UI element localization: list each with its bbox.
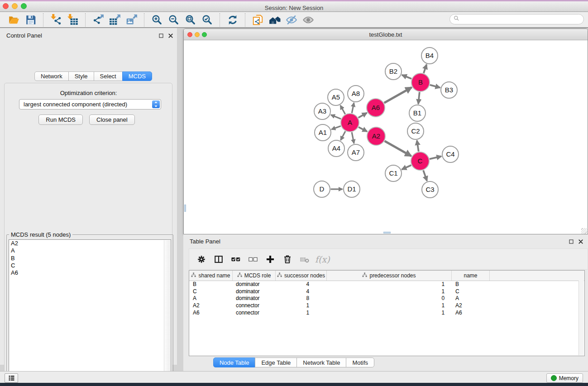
column-header-predecessor-nodes[interactable]: predecessor nodes — [327, 271, 452, 281]
table-cell[interactable]: 1 — [325, 288, 450, 295]
table-cell[interactable]: 4 — [275, 288, 325, 295]
mcds-result-item[interactable]: A — [9, 247, 171, 254]
refresh-button[interactable] — [224, 12, 241, 28]
tab-network-table[interactable]: Network Table — [296, 357, 346, 367]
float-panel-icon[interactable] — [568, 238, 574, 244]
table-cell[interactable]: C — [450, 288, 488, 295]
table-cell[interactable]: 1 — [275, 310, 325, 316]
task-history-button[interactable] — [5, 373, 18, 383]
tab-select[interactable]: Select — [94, 71, 123, 81]
graph-edge-A-A2[interactable] — [359, 127, 367, 132]
zoom-fit-button[interactable] — [182, 12, 199, 28]
table-row[interactable]: Cdominator41C — [189, 288, 579, 295]
table-cell[interactable]: A6 — [450, 310, 488, 316]
graph-node-C1[interactable]: C1 — [385, 165, 402, 181]
duplicate-network-button[interactable] — [249, 12, 266, 28]
graph-edge-A-A1[interactable] — [331, 126, 341, 129]
close-panel-icon[interactable] — [578, 238, 583, 244]
import-table-button[interactable] — [64, 12, 81, 28]
import-network-button[interactable] — [48, 12, 64, 28]
table-cell[interactable]: connector — [232, 302, 275, 309]
graph-node-A2[interactable]: A2 — [367, 127, 385, 145]
deselect-all-checkboxes-button[interactable] — [244, 252, 262, 267]
table-cell[interactable]: A — [450, 295, 488, 301]
graph-node-A8[interactable]: A8 — [348, 86, 364, 102]
mcds-result-item[interactable]: B — [9, 255, 171, 262]
close-panel-icon[interactable] — [167, 33, 173, 38]
vertical-scroll-indicator[interactable] — [184, 205, 186, 212]
graph-edge-A2-C[interactable] — [385, 141, 411, 156]
export-table-button[interactable] — [106, 12, 123, 28]
column-header-name[interactable]: name — [452, 271, 490, 281]
table-settings-gear-button[interactable] — [193, 252, 210, 267]
graph-edge-C-C4[interactable] — [430, 156, 441, 159]
table-row[interactable]: A6connector11A6 — [189, 309, 579, 316]
table-row[interactable]: Bdominator41B — [189, 281, 579, 288]
graph-edge-A-A3[interactable] — [331, 115, 341, 119]
graph-edge-C-C2[interactable] — [417, 140, 419, 151]
table-cell[interactable]: B — [189, 281, 232, 287]
tab-motifs[interactable]: Motifs — [346, 357, 374, 367]
export-image-button[interactable] — [123, 12, 140, 28]
zoom-in-button[interactable] — [148, 12, 165, 28]
table-cell[interactable]: dominator — [232, 288, 275, 295]
table-row[interactable]: Adominator80A — [189, 295, 579, 302]
tab-mcds[interactable]: MCDS — [122, 71, 152, 81]
graph-node-A6[interactable]: A6 — [367, 99, 385, 117]
network-canvas[interactable]: B4B2BB3A8A5A6B1A3AC2A1A2A4A7C4CC1C3DD1 — [184, 40, 587, 234]
graph-edge-C-C3[interactable] — [423, 170, 427, 181]
tab-network[interactable]: Network — [34, 71, 69, 81]
table-cell[interactable]: 1 — [275, 302, 325, 309]
zoom-out-button[interactable] — [165, 12, 182, 28]
graph-node-A[interactable]: A — [341, 114, 359, 132]
table-scrollbar[interactable] — [578, 281, 584, 355]
table-cell[interactable]: B — [450, 281, 488, 287]
table-cell[interactable]: C — [189, 288, 232, 295]
save-session-button[interactable] — [22, 12, 39, 28]
mcds-result-item[interactable]: C — [9, 262, 171, 269]
graph-node-B[interactable]: B — [411, 73, 430, 91]
table-cell[interactable]: connector — [232, 310, 275, 316]
panel-splitter[interactable] — [177, 28, 183, 365]
float-panel-icon[interactable] — [158, 33, 164, 38]
table-cell[interactable]: 1 — [325, 310, 450, 316]
open-file-button[interactable] — [5, 12, 22, 28]
delete-columns-button[interactable] — [279, 252, 296, 267]
tab-edge-table[interactable]: Edge Table — [255, 357, 297, 367]
graph-node-B2[interactable]: B2 — [385, 63, 402, 80]
graph-node-C3[interactable]: C3 — [422, 181, 438, 198]
graph-node-D1[interactable]: D1 — [344, 181, 360, 197]
graph-edge-A-A8[interactable] — [352, 103, 354, 113]
graph-node-A7[interactable]: A7 — [348, 144, 364, 161]
graph-node-C2[interactable]: C2 — [407, 123, 424, 139]
graph-node-B1[interactable]: B1 — [409, 105, 425, 121]
resize-grip[interactable] — [581, 228, 587, 234]
memory-button[interactable]: Memory — [546, 373, 583, 383]
select-all-checkboxes-button[interactable] — [227, 252, 244, 267]
home-button[interactable] — [266, 12, 283, 28]
graph-node-C[interactable]: C — [411, 152, 429, 170]
tab-node-table[interactable]: Node Table — [213, 357, 256, 367]
table-cell[interactable]: 8 — [275, 295, 325, 301]
graph-edge-B-B3[interactable] — [430, 85, 440, 88]
graph-edge-A6-B[interactable] — [384, 87, 412, 103]
criterion-select[interactable]: largest connected component (directed) — [19, 99, 161, 110]
table-cell[interactable]: dominator — [232, 295, 275, 301]
table-cell[interactable]: 1 — [325, 302, 450, 309]
mcds-result-item[interactable]: A2 — [9, 240, 171, 247]
column-header-successor-nodes[interactable]: successor nodes — [276, 271, 327, 281]
graph-edge-A-A4[interactable] — [341, 131, 345, 140]
graph-node-A3[interactable]: A3 — [314, 103, 330, 119]
table-cell[interactable]: A — [189, 295, 232, 301]
close-panel-button[interactable]: Close panel — [89, 114, 135, 125]
run-mcds-button[interactable]: Run MCDS — [38, 114, 83, 125]
column-header-MCDS-role[interactable]: MCDS role — [233, 271, 276, 281]
show-panels-button[interactable] — [300, 12, 316, 28]
export-network-button[interactable] — [90, 12, 106, 28]
zoom-selected-button[interactable] — [199, 12, 215, 28]
table-cell[interactable]: A2 — [450, 302, 488, 309]
graph-edge-B-B4[interactable] — [424, 64, 427, 73]
column-header-shared-name[interactable]: shared name — [189, 271, 233, 281]
network-window-titlebar[interactable]: testGlobe.txt — [184, 29, 588, 40]
graph-node-B3[interactable]: B3 — [441, 82, 457, 98]
